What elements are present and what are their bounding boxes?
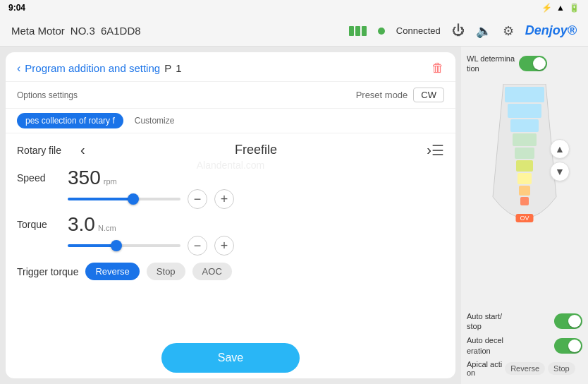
next-arrow[interactable]: › xyxy=(427,142,431,158)
scroll-up-button[interactable]: ▲ xyxy=(550,139,570,159)
speed-decrease-button[interactable]: − xyxy=(188,189,207,209)
svg-rect-4 xyxy=(515,148,534,159)
menu-icon[interactable]: ☰ xyxy=(431,142,444,159)
speed-unit: rpm xyxy=(104,177,117,186)
bluetooth-icon: ⚡ xyxy=(541,3,552,13)
trigger-torque-row: Trigger torque Reverse Stop AOC xyxy=(17,263,444,280)
preset-mode-value: CW xyxy=(413,88,444,102)
auto-start-label: Auto start/ stop xyxy=(467,311,551,332)
trash-icon[interactable]: 🗑 xyxy=(431,61,444,76)
battery-bar-1 xyxy=(349,26,354,36)
right-controls: Auto start/ stop Auto decel eration Apic… xyxy=(467,310,582,378)
prev-arrow[interactable]: ‹ xyxy=(80,142,85,158)
apical-reverse-button[interactable]: Reverse xyxy=(505,362,545,375)
page-number: 1 xyxy=(176,62,181,74)
trigger-aoc-button[interactable]: AOC xyxy=(192,263,232,280)
torque-value-display: 3.0 N.cm xyxy=(68,213,116,236)
svg-rect-6 xyxy=(517,173,532,184)
device-no: NO.3 xyxy=(71,25,95,37)
auto-decel-toggle-thumb xyxy=(568,340,581,352)
torque-decrease-button[interactable]: − xyxy=(188,236,207,256)
svg-rect-2 xyxy=(510,119,539,132)
apical-stop-button[interactable]: Stop xyxy=(548,362,575,375)
app-name: Meta Motor xyxy=(11,25,65,37)
speed-label: Speed xyxy=(17,172,59,184)
torque-header: Torque 3.0 N.cm xyxy=(17,213,444,236)
save-row: Save xyxy=(6,337,455,378)
auto-start-row: Auto start/ stop xyxy=(467,310,582,333)
power-icon[interactable]: ⏻ xyxy=(452,23,465,38)
torque-slider[interactable] xyxy=(68,244,180,247)
main-layout: ‹ Program addition and setting P 1 🗑 Opt… xyxy=(0,47,588,384)
volume-icon[interactable]: 🔈 xyxy=(476,23,491,39)
preset-mode-label: Preset mode xyxy=(356,90,408,100)
svg-rect-8 xyxy=(520,197,529,205)
speed-increase-button[interactable]: + xyxy=(214,189,234,209)
options-label: Options settings xyxy=(17,90,78,100)
breadcrumb: ‹ Program addition and setting P 1 🗑 xyxy=(17,61,444,76)
tab-rotary[interactable]: pes collection of rotary f xyxy=(17,113,123,128)
rotary-file-label: Rotary file xyxy=(17,145,80,156)
freefile-name: Freefile xyxy=(106,143,406,157)
svg-rect-7 xyxy=(519,186,530,196)
battery-bars xyxy=(349,26,367,36)
speed-value-display: 350 rpm xyxy=(68,167,117,189)
panel-header: ‹ Program addition and setting P 1 🗑 xyxy=(6,52,455,82)
freefile-nav: ‹ Freefile › xyxy=(80,139,431,161)
apical-row: Apical acti on Reverse Stop xyxy=(467,359,582,378)
connection-dot xyxy=(378,28,385,35)
canal-scroll-buttons: ▲ ▼ xyxy=(550,139,570,181)
speed-slider-row: − + xyxy=(68,189,444,209)
brand-name: Denjoy® xyxy=(525,23,577,38)
svg-rect-1 xyxy=(508,104,541,118)
speed-header: Speed 350 rpm xyxy=(17,167,444,189)
wl-determination-row: WL determina tion xyxy=(467,52,582,76)
canal-container: ▲ ▼ OV xyxy=(489,84,560,242)
wifi-icon: ▲ xyxy=(556,3,565,13)
torque-unit: N.cm xyxy=(98,224,116,232)
settings-icon[interactable]: ⚙ xyxy=(503,23,514,39)
status-icons: ⚡ ▲ 🔋 xyxy=(541,3,580,13)
trigger-reverse-button[interactable]: Reverse xyxy=(85,263,139,280)
torque-slider-thumb xyxy=(111,240,122,251)
wl-toggle[interactable] xyxy=(519,56,547,71)
right-panel: WL determina tion xyxy=(461,47,588,384)
auto-start-toggle-thumb xyxy=(568,315,581,328)
svg-rect-5 xyxy=(516,160,533,172)
save-button[interactable]: Save xyxy=(161,343,300,373)
svg-rect-0 xyxy=(505,87,544,102)
speed-value: 350 xyxy=(68,167,101,189)
torque-control: Torque 3.0 N.cm − + xyxy=(17,213,444,256)
tab-customize[interactable]: Customize xyxy=(126,113,183,128)
speed-slider[interactable] xyxy=(68,198,180,200)
scroll-down-button[interactable]: ▼ xyxy=(550,162,570,181)
speed-control: Speed 350 rpm − + xyxy=(17,167,444,209)
wl-toggle-thumb xyxy=(533,57,546,70)
torque-label: Torque xyxy=(17,219,59,230)
trigger-stop-button[interactable]: Stop xyxy=(147,263,185,280)
ov-badge: OV xyxy=(515,214,533,222)
torque-increase-button[interactable]: + xyxy=(214,236,234,256)
status-time: 9:04 xyxy=(8,3,25,13)
auto-decel-toggle[interactable] xyxy=(554,338,582,354)
auto-start-toggle[interactable] xyxy=(554,313,582,329)
device-id: 6A1DD8 xyxy=(101,25,141,37)
page-label: P xyxy=(164,62,171,74)
top-nav: Meta Motor NO.3 6A1DD8 Connected ⏻ 🔈 ⚙ D… xyxy=(0,16,588,47)
trigger-torque-label: Trigger torque xyxy=(17,266,78,277)
svg-rect-3 xyxy=(513,133,537,146)
status-bar: 9:04 ⚡ ▲ 🔋 xyxy=(0,0,588,16)
auto-decel-label: Auto decel eration xyxy=(467,335,551,356)
connection-label: Connected xyxy=(396,25,441,36)
battery-bar-2 xyxy=(355,26,360,36)
canal-visualization: ▲ ▼ OV xyxy=(467,81,582,304)
left-panel: ‹ Program addition and setting P 1 🗑 Opt… xyxy=(6,52,455,378)
speed-slider-thumb xyxy=(128,193,139,205)
back-icon[interactable]: ‹ xyxy=(17,62,20,75)
nav-left: Meta Motor NO.3 6A1DD8 xyxy=(11,25,349,37)
breadcrumb-title: Program addition and setting xyxy=(25,62,160,74)
options-row: Options settings Preset mode CW xyxy=(6,82,455,109)
wl-label: WL determina tion xyxy=(467,54,515,74)
preset-mode-row: Preset mode CW xyxy=(356,88,444,102)
tabs-row: pes collection of rotary f Customize xyxy=(6,109,455,133)
